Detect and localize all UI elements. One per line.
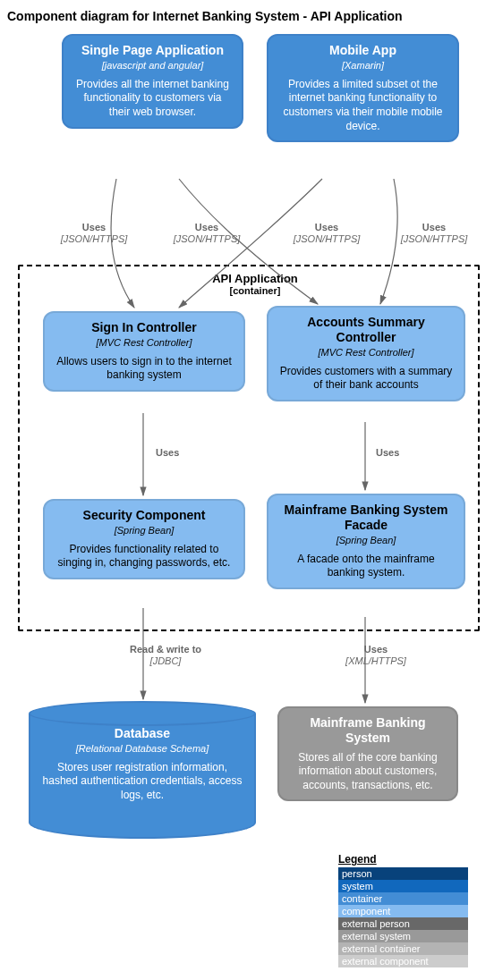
legend-row: component <box>338 905 468 917</box>
mobile-tech: [Xamarin] <box>277 60 448 71</box>
signin-desc: Allows users to sign in to the internet … <box>54 355 234 383</box>
legend: Legend personsystemcontainercomponentext… <box>338 853 468 967</box>
db-tech: [Relational Database Schema] <box>39 743 245 754</box>
signin-title: Sign In Controller <box>54 320 234 335</box>
signin-component: Sign In Controller [MVC Rest Controller]… <box>43 311 245 392</box>
spa-tech: [javascript and angular] <box>72 60 233 71</box>
accounts-title: Accounts Summary Controller <box>277 315 455 345</box>
security-component: Security Component [Spring Bean] Provide… <box>43 499 245 579</box>
legend-row: external container <box>338 942 468 955</box>
legend-row: system <box>338 880 468 892</box>
edge-accounts-facade: Uses <box>376 447 399 459</box>
api-application-label: API Application [container] <box>179 272 331 296</box>
edge-signin-security: Uses <box>156 447 179 459</box>
facade-component: Mainframe Banking System Facade [Spring … <box>267 494 465 589</box>
mobile-container: Mobile App [Xamarin] Provides a limited … <box>267 34 459 142</box>
legend-row: external system <box>338 930 468 942</box>
diagram-title: Component diagram for Internet Banking S… <box>0 0 494 27</box>
mobile-title: Mobile App <box>277 43 448 58</box>
spa-title: Single Page Application <box>72 43 233 58</box>
signin-tech: [MVC Rest Controller] <box>54 337 234 348</box>
edge-spa-accounts: Uses[JSON/HTTPS] <box>166 222 247 245</box>
db-desc: Stores user registration information, ha… <box>39 761 245 803</box>
legend-row: container <box>338 892 468 905</box>
spa-desc: Provides all the internet banking functi… <box>72 78 233 120</box>
edge-security-db: Read & write to[JDBC] <box>107 644 224 667</box>
security-tech: [Spring Bean] <box>54 525 234 536</box>
facade-title: Mainframe Banking System Facade <box>277 503 455 533</box>
facade-desc: A facade onto the mainframe banking syst… <box>277 553 455 580</box>
mainframe-system: Mainframe Banking System Stores all of t… <box>277 706 458 801</box>
mobile-desc: Provides a limited subset ot the interne… <box>277 78 448 133</box>
spa-container: Single Page Application [javascript and … <box>62 34 243 129</box>
legend-row: external person <box>338 917 468 930</box>
database-lid <box>29 701 256 726</box>
legend-row: external component <box>338 955 468 967</box>
database-container: Database [Relational Database Schema] St… <box>29 714 256 839</box>
security-desc: Provides functionality related to singin… <box>54 543 234 570</box>
edge-mobile-accounts: Uses[JSON/HTTPS] <box>394 222 474 245</box>
mainframe-desc: Stores all of the core banking informati… <box>288 751 447 793</box>
edge-mobile-signin: Uses[JSON/HTTPS] <box>286 222 367 245</box>
accounts-tech: [MVC Rest Controller] <box>277 347 455 358</box>
edge-facade-mainframe: Uses[XML/HTTPS] <box>331 644 421 667</box>
mainframe-title: Mainframe Banking System <box>288 715 447 746</box>
accounts-component: Accounts Summary Controller [MVC Rest Co… <box>267 306 465 401</box>
security-title: Security Component <box>54 508 234 523</box>
accounts-desc: Provides customers with a summary of the… <box>277 365 455 393</box>
db-title: Database <box>39 726 245 741</box>
edge-spa-signin: Uses[JSON/HTTPS] <box>54 222 134 245</box>
legend-title: Legend <box>338 853 468 866</box>
legend-row: person <box>338 867 468 880</box>
facade-tech: [Spring Bean] <box>277 535 455 545</box>
